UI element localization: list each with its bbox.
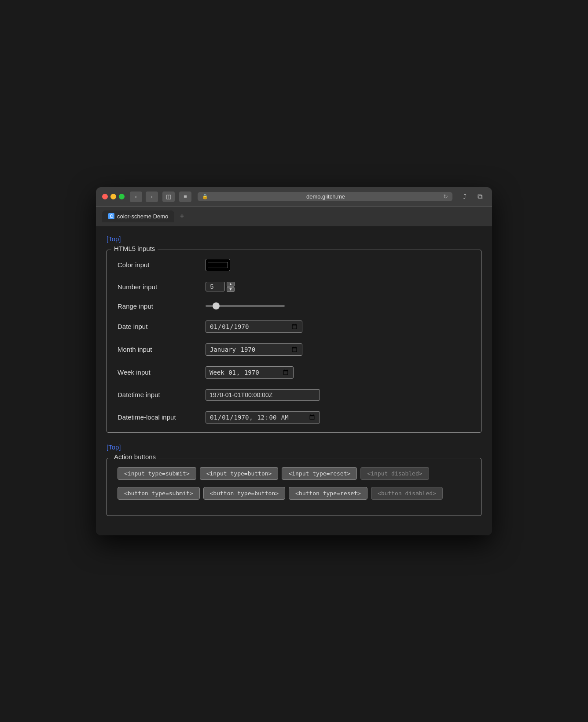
input-disabled-btn: <input disabled> — [360, 467, 429, 480]
range-input[interactable] — [206, 305, 285, 307]
week-input-label: Week input — [118, 368, 206, 376]
html5-inputs-legend: HTML5 inputs — [111, 245, 158, 252]
top-link-1[interactable]: [Top] — [107, 235, 121, 243]
datetime-input-label: Datetime input — [118, 391, 206, 398]
range-input-label: Range input — [118, 302, 206, 310]
number-input-label: Number input — [118, 283, 206, 291]
datetime-local-input[interactable] — [206, 411, 320, 424]
spinner-up[interactable]: ▲ — [227, 282, 235, 287]
button-submit-btn[interactable]: <button type=submit> — [118, 487, 200, 500]
add-tab-button[interactable]: + — [180, 212, 184, 221]
lock-icon: 🔒 — [202, 194, 208, 199]
address-bar[interactable]: 🔒 demo.glitch.me ↻ — [198, 192, 452, 201]
datetime-input-row: Datetime input — [118, 389, 470, 401]
month-input-label: Month input — [118, 346, 206, 353]
spinner-down[interactable]: ▼ — [227, 287, 235, 292]
week-input[interactable] — [206, 366, 294, 379]
month-input[interactable] — [206, 343, 302, 356]
browser-actions: ⤴ ⧉ — [459, 192, 486, 202]
number-input[interactable] — [206, 282, 225, 291]
number-spinner: ▲ ▼ — [227, 282, 235, 292]
month-input-row: Month input — [118, 343, 470, 356]
html5-inputs-section: HTML5 inputs Color input Number input ▲ … — [107, 250, 481, 433]
menu-button[interactable]: ≡ — [179, 192, 191, 202]
number-input-container: ▲ ▼ — [206, 282, 235, 292]
share-button[interactable]: ⤴ — [459, 192, 471, 202]
url-display: demo.glitch.me — [211, 193, 441, 200]
refresh-icon[interactable]: ↻ — [443, 193, 448, 200]
traffic-light-red[interactable] — [102, 194, 108, 199]
tabs-button[interactable]: ⧉ — [474, 192, 486, 202]
button-disabled-btn: <button disabled> — [371, 487, 443, 500]
datetime-local-input-row: Datetime-local input — [118, 411, 470, 424]
number-input-row: Number input ▲ ▼ — [118, 282, 470, 292]
button-reset-btn[interactable]: <button type=reset> — [289, 487, 368, 500]
input-button-btn[interactable]: <input type=button> — [200, 467, 279, 480]
color-input[interactable] — [206, 259, 230, 271]
date-input-row: Date input — [118, 320, 470, 333]
datetime-input[interactable] — [206, 389, 320, 401]
datetime-local-input-label: Datetime-local input — [118, 413, 206, 421]
traffic-light-green[interactable] — [119, 194, 125, 199]
color-input-row: Color input — [118, 259, 470, 271]
week-input-row: Week input — [118, 366, 470, 379]
date-input[interactable] — [206, 320, 302, 333]
input-submit-btn[interactable]: <input type=submit> — [118, 467, 196, 480]
input-buttons-row: <input type=submit> <input type=button> … — [118, 467, 470, 480]
top-link-2[interactable]: [Top] — [107, 443, 121, 451]
back-button[interactable]: ‹ — [130, 192, 142, 202]
input-reset-btn[interactable]: <input type=reset> — [282, 467, 357, 480]
tab-favicon: C — [108, 213, 114, 219]
browser-content: [Top] HTML5 inputs Color input Number in… — [96, 226, 492, 535]
sidebar-button[interactable]: ◫ — [162, 192, 175, 202]
traffic-lights — [102, 194, 125, 199]
browser-toolbar: ‹ › ◫ ≡ 🔒 demo.glitch.me ↻ ⤴ ⧉ — [96, 187, 492, 207]
action-buttons-section: Action buttons <input type=submit> <inpu… — [107, 458, 481, 516]
color-input-label: Color input — [118, 261, 206, 269]
range-input-row: Range input — [118, 302, 470, 310]
action-buttons-legend: Action buttons — [111, 453, 158, 460]
traffic-light-yellow[interactable] — [110, 194, 116, 199]
active-tab[interactable]: C color-scheme Demo — [102, 210, 174, 222]
button-buttons-row: <button type=submit> <button type=button… — [118, 487, 470, 500]
browser-window: ‹ › ◫ ≡ 🔒 demo.glitch.me ↻ ⤴ ⧉ C color-s… — [96, 187, 492, 535]
tab-title: color-scheme Demo — [117, 213, 168, 220]
button-button-btn[interactable]: <button type=button> — [203, 487, 286, 500]
date-input-label: Date input — [118, 323, 206, 330]
tab-bar: C color-scheme Demo + — [96, 207, 492, 226]
forward-button[interactable]: › — [146, 192, 158, 202]
